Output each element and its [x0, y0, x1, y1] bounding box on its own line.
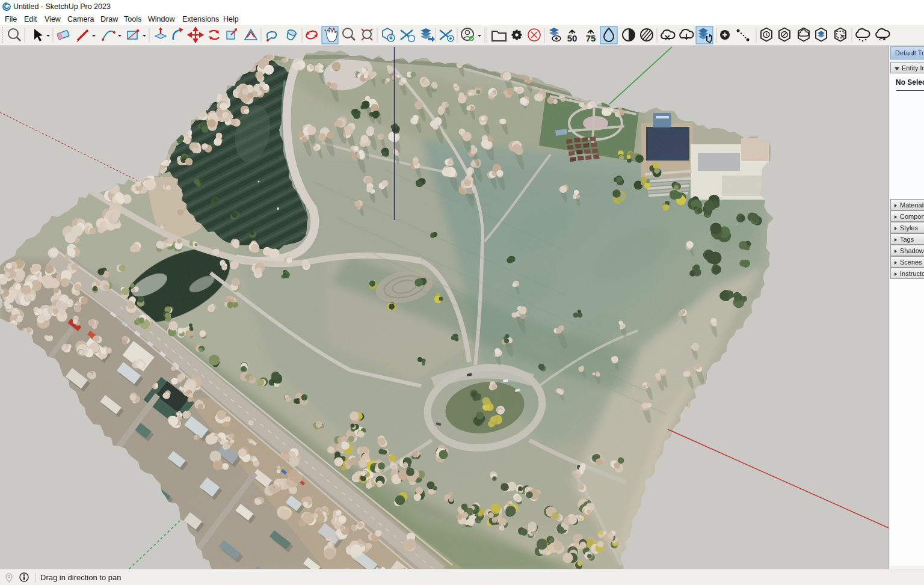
svg-text:75: 75: [586, 33, 596, 43]
svg-text:50: 50: [567, 33, 578, 43]
